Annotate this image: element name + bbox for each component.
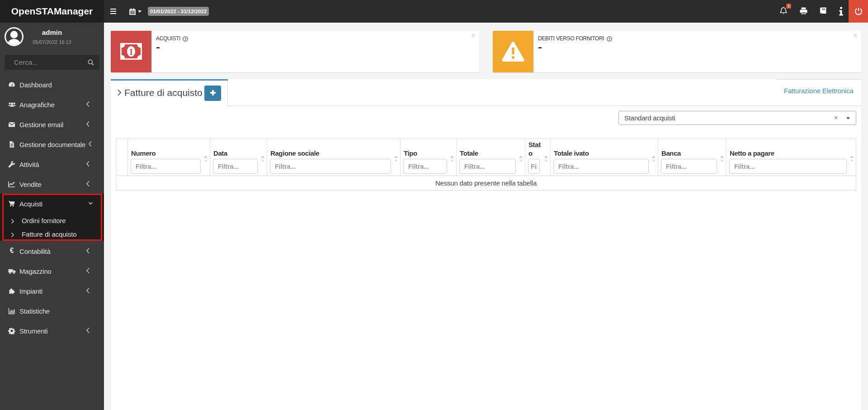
svg-text:1: 1 — [129, 47, 133, 57]
svg-text:?: ? — [184, 37, 187, 41]
svg-text:?: ? — [608, 37, 610, 41]
